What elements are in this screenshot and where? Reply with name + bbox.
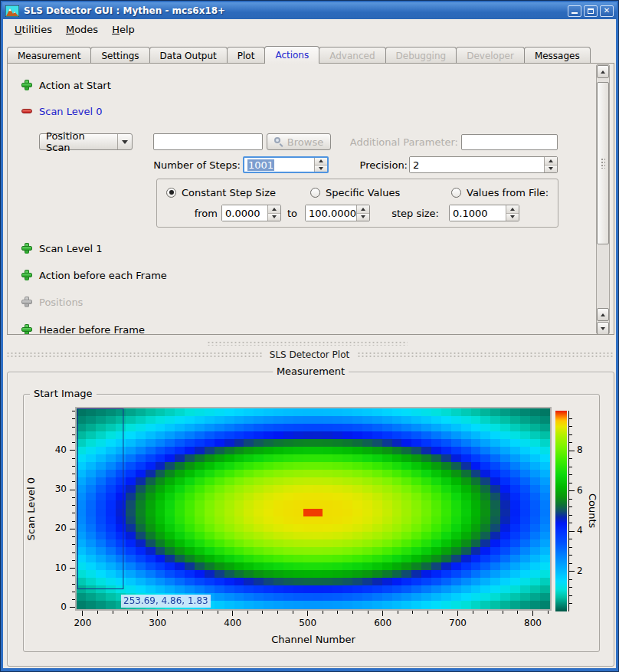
client-area: Utilities Modes Help MeasurementSettings… <box>3 19 616 668</box>
plot-canvas[interactable]: 253.69, 4.86, 1.83 <box>75 407 552 611</box>
x-axis-label: Channel Number <box>271 634 355 645</box>
plot-dock-title: SLS Detector Plot <box>262 349 357 360</box>
scan-level-1-row[interactable]: Scan Level 1 <box>21 241 102 255</box>
menu-utilities[interactable]: Utilities <box>8 21 59 38</box>
tab-settings[interactable]: Settings <box>90 47 149 64</box>
step-options-groupbox: Constant Step Size Specific Values Value… <box>156 179 558 228</box>
colorbar <box>555 411 567 611</box>
x-tick <box>337 611 338 614</box>
plus-icon <box>21 270 32 280</box>
menu-bar: Utilities Modes Help <box>3 19 616 39</box>
y-tick <box>70 607 75 608</box>
z-tick <box>569 515 572 516</box>
z-tick <box>569 603 572 604</box>
z-tick <box>569 531 575 532</box>
spin-down-icon[interactable] <box>268 214 280 221</box>
cursor-tooltip: 253.69, 4.86, 1.83 <box>121 595 211 608</box>
scan-level-0-row[interactable]: Scan Level 0 <box>21 104 102 118</box>
z-tick <box>569 490 575 491</box>
title-bar[interactable]: SLS Detector GUI : Mythen - mcs6x18+ ✕ <box>2 2 617 19</box>
values-from-file-radio[interactable]: Values from File: <box>451 186 549 198</box>
additional-parameter-label: Additional Parameter: <box>299 133 458 150</box>
x-tick <box>368 611 368 614</box>
z-tick <box>569 499 572 500</box>
to-value: 100.0000 <box>306 205 356 221</box>
scroll-up-button-2[interactable] <box>597 308 609 321</box>
plus-icon <box>21 243 32 254</box>
tab-messages[interactable]: Messages <box>524 47 591 64</box>
x-tick <box>262 611 263 614</box>
menu-modes[interactable]: Modes <box>59 21 105 38</box>
x-axis-ticks: 200300400500600700800 <box>77 611 550 632</box>
plot-dock-titlebar[interactable]: SLS Detector Plot <box>6 347 613 362</box>
header-before-frame-row[interactable]: Header before Frame <box>21 323 145 334</box>
z-tick <box>569 571 575 572</box>
menu-help[interactable]: Help <box>105 21 142 38</box>
minimize-button[interactable] <box>568 5 581 17</box>
z-tick <box>569 467 572 467</box>
z-tick <box>569 547 572 548</box>
x-tick-label: 500 <box>293 618 323 628</box>
y-tick <box>70 450 75 451</box>
heatmap-image[interactable] <box>77 408 550 609</box>
action-at-start-row[interactable]: Action at Start <box>21 78 111 92</box>
x-tick-label: 700 <box>443 618 473 628</box>
z-tick <box>569 426 572 427</box>
additional-parameter-input[interactable] <box>461 134 558 150</box>
specific-values-radio[interactable]: Specific Values <box>310 186 400 198</box>
spin-up-icon[interactable] <box>506 205 519 214</box>
spin-down-icon[interactable] <box>357 214 369 221</box>
constant-step-size-radio[interactable]: Constant Step Size <box>166 186 276 198</box>
combo-arrow[interactable] <box>117 134 132 149</box>
precision-spinbox[interactable]: 2 <box>409 156 558 173</box>
x-tick <box>218 611 218 614</box>
vertical-scrollbar[interactable] <box>596 64 610 334</box>
spin-down-icon[interactable] <box>506 214 519 221</box>
z-tick <box>569 434 572 435</box>
y-tick-label: 20 <box>24 523 67 533</box>
spin-up-icon[interactable] <box>545 157 557 166</box>
z-tick <box>569 579 572 580</box>
action-before-each-frame-row[interactable]: Action before each Frame <box>21 268 167 282</box>
x-tick <box>202 611 203 614</box>
scan-mode-combobox[interactable]: Position Scan <box>39 133 133 150</box>
x-tick <box>473 611 473 614</box>
scroll-up-button[interactable] <box>597 65 609 78</box>
z-tick <box>569 442 572 443</box>
z-tick <box>569 595 572 596</box>
chevron-down-icon <box>122 140 128 144</box>
from-spinbox[interactable]: 0.0000 <box>221 205 281 221</box>
values-from-file-label: Values from File: <box>467 187 549 198</box>
step-size-spinbox[interactable]: 0.1000 <box>449 205 519 221</box>
tab-plot[interactable]: Plot <box>227 47 266 64</box>
spin-up-icon[interactable] <box>268 205 280 214</box>
measurement-group-title: Measurement <box>273 366 349 377</box>
to-spinbox[interactable]: 100.0000 <box>305 205 370 221</box>
colorbar-label-wrap: Counts <box>587 411 598 611</box>
actions-tab-panel: Action at Start Scan Level 0 Position Sc… <box>7 63 614 335</box>
plus-icon <box>21 80 32 90</box>
start-image-title: Start Image <box>30 388 97 399</box>
splitter-handle[interactable] <box>207 341 408 346</box>
x-tick <box>157 611 158 616</box>
spin-up-icon[interactable] <box>357 205 369 214</box>
scan-file-input[interactable] <box>153 133 263 150</box>
tab-data-output[interactable]: Data Output <box>149 47 228 64</box>
radio-icon <box>310 188 320 198</box>
scroll-down-button[interactable] <box>597 322 609 334</box>
tab-advanced: Advanced <box>319 47 385 64</box>
x-tick-label: 400 <box>218 618 248 628</box>
header-before-frame-label: Header before Frame <box>39 324 145 335</box>
x-tick <box>352 611 353 614</box>
x-tick <box>187 611 188 614</box>
constant-step-size-label: Constant Step Size <box>182 187 276 198</box>
scrollbar-thumb[interactable] <box>597 82 609 244</box>
maximize-button[interactable] <box>584 5 598 17</box>
x-tick <box>442 611 443 614</box>
close-button[interactable]: ✕ <box>600 5 614 17</box>
spin-down-icon[interactable] <box>545 166 557 173</box>
x-axis-label-wrap: Channel Number <box>75 631 552 646</box>
radio-checked-icon <box>166 188 176 198</box>
tab-measurement[interactable]: Measurement <box>7 47 91 64</box>
tab-actions[interactable]: Actions <box>264 46 319 64</box>
